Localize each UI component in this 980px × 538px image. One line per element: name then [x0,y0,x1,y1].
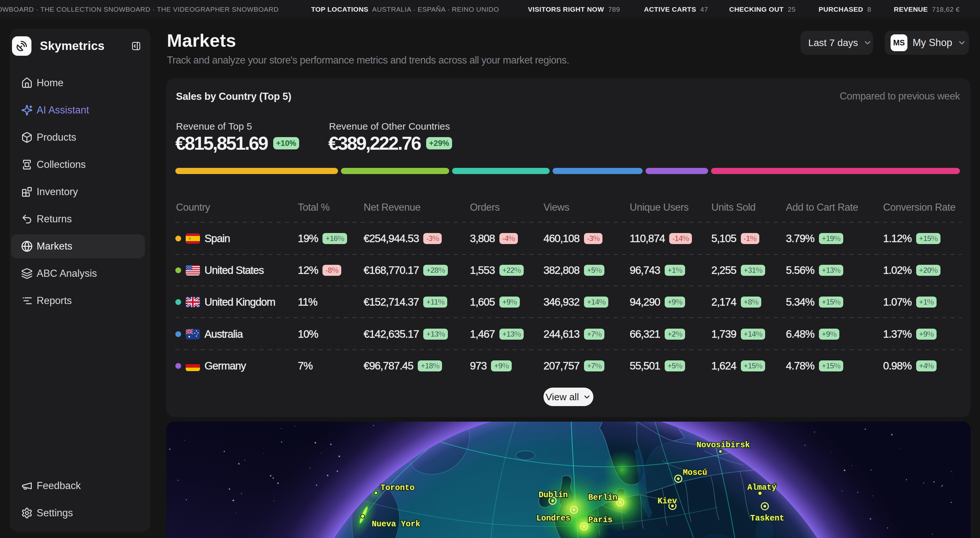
svg-text:Almatý: Almatý [747,483,776,492]
svg-text:Berlín: Berlín [588,493,617,502]
svg-text:Dublín: Dublín [539,490,568,500]
svg-text:Novosibirsk: Novosibirsk [697,441,750,450]
svg-text:Nueva York: Nueva York [372,519,420,529]
svg-text:Kiev: Kiev [657,497,677,506]
svg-text:Toronto: Toronto [380,483,415,493]
svg-text:Londres: Londres [536,514,570,523]
svg-text:Taskent: Taskent [750,514,784,523]
svg-text:Moscú: Moscú [683,468,707,478]
svg-text:París: París [588,515,612,525]
